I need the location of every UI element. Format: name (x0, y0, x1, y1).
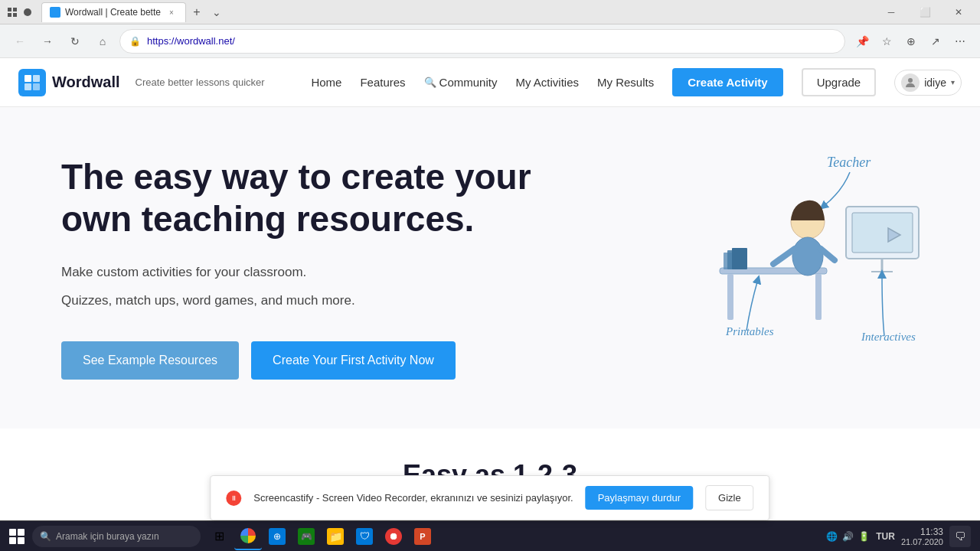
screencastify-bar: Screencastify - Screen Video Recorder, e… (210, 475, 769, 520)
user-name: idiye (924, 77, 946, 89)
store-icon: ⊕ (269, 528, 286, 545)
home-button[interactable]: ⌂ (92, 31, 113, 52)
chrome-taskbar-app[interactable] (234, 523, 262, 550)
taskbar-date: 21.07.2020 (901, 537, 943, 546)
svg-text:Interactives: Interactives (861, 331, 916, 343)
hero-title: The easy way to create your own teaching… (61, 156, 536, 240)
taskbar-icon-1[interactable] (6, 6, 18, 18)
taskbar-apps: ⊞ ⊕ 🎮 📁 🛡 ⏺ P (205, 523, 436, 550)
svg-rect-7 (24, 83, 31, 90)
notification-center-button[interactable]: 🗨 (949, 526, 971, 547)
tab-overflow-button[interactable]: ⌄ (207, 3, 226, 21)
nav-logo[interactable]: Wordwall (18, 69, 120, 96)
powerpoint-taskbar-app[interactable]: P (409, 523, 436, 550)
game-taskbar-app[interactable]: 🎮 (292, 523, 320, 550)
more-button[interactable]: ⋯ (949, 31, 971, 52)
taskbar: 🔍 Aramak için buraya yazın ⊞ ⊕ 🎮 📁 (0, 520, 980, 551)
screencastify-icon (226, 491, 241, 506)
hero-buttons: See Example Resources Create Your First … (61, 341, 536, 380)
pin-button[interactable]: 📌 (851, 31, 873, 52)
taskbar-search[interactable]: 🔍 Aramak için buraya yazın (32, 526, 201, 547)
close-button[interactable]: ✕ (943, 3, 974, 21)
svg-text:Printables: Printables (725, 325, 774, 337)
address-bar: ← → ↻ ⌂ 🔒 https://wordwall.net/ 📌 ☆ ⊕ ↗ … (0, 24, 980, 58)
chrome-icon (240, 528, 256, 543)
active-tab[interactable]: Wordwall | Create bette × (41, 2, 186, 22)
security-taskbar-app[interactable]: 🛡 (351, 523, 378, 550)
task-view-button[interactable]: ⊞ (205, 523, 233, 550)
hero-desc-1: Make custom activities for your classroo… (61, 262, 536, 282)
network-icon[interactable]: 🌐 (826, 531, 838, 542)
user-menu[interactable]: idiye ▾ (894, 70, 962, 96)
volume-icon[interactable]: 🔊 (842, 531, 854, 542)
store-taskbar-app[interactable]: ⊕ (263, 523, 291, 550)
lock-icon: 🔒 (129, 36, 141, 47)
nav-tagline: Create better lessons quicker (136, 77, 265, 88)
svg-line-18 (773, 249, 795, 264)
hide-button[interactable]: Gizle (705, 485, 754, 510)
teacher-label: Teacher (827, 155, 871, 170)
avatar (901, 73, 920, 92)
svg-rect-8 (33, 83, 40, 90)
svg-rect-21 (852, 213, 913, 253)
logo-mark (18, 69, 46, 96)
tab-close-button[interactable]: × (165, 6, 178, 18)
taskbar-icon-2[interactable] (21, 6, 34, 18)
back-button[interactable]: ← (9, 31, 31, 52)
game-icon: 🎮 (298, 528, 315, 545)
nav-community[interactable]: 🔍 Community (424, 76, 498, 89)
hero-desc-2: Quizzes, match ups, word games, and much… (61, 290, 536, 311)
notification-icon: 🗨 (955, 530, 965, 543)
svg-rect-0 (8, 8, 11, 11)
url-bar[interactable]: 🔒 https://wordwall.net/ (119, 29, 845, 54)
tab-favicon (50, 7, 60, 18)
powerpoint-icon: P (414, 528, 431, 545)
taskbar-search-placeholder: Aramak için buraya yazın (56, 531, 159, 542)
svg-point-17 (792, 237, 823, 276)
share-button[interactable]: ↗ (925, 31, 946, 52)
screencast-taskbar-app[interactable]: ⏺ (380, 523, 407, 550)
create-first-activity-button[interactable]: Create Your First Activity Now (251, 341, 456, 380)
taskbar-search-icon: 🔍 (40, 531, 51, 542)
stop-sharing-button[interactable]: Paylaşmayı durdur (586, 486, 693, 510)
page-content: Wordwall Create better lessons quicker H… (0, 58, 980, 520)
hero-content: The easy way to create your own teaching… (61, 156, 536, 380)
nav-my-results[interactable]: My Results (597, 76, 654, 89)
svg-rect-15 (732, 248, 747, 269)
maximize-button[interactable]: ⬜ (910, 3, 940, 21)
start-button[interactable] (3, 523, 31, 550)
minimize-button[interactable]: ─ (876, 3, 906, 21)
svg-rect-2 (8, 13, 11, 17)
bookmark-button[interactable]: ☆ (876, 31, 897, 52)
files-icon: 📁 (327, 528, 344, 545)
security-icon: 🛡 (356, 528, 373, 545)
svg-rect-3 (13, 13, 17, 17)
language-indicator[interactable]: TUR (876, 531, 895, 542)
refresh-button[interactable]: ↻ (64, 31, 86, 52)
main-nav: Wordwall Create better lessons quicker H… (0, 58, 980, 107)
user-menu-chevron: ▾ (951, 78, 955, 86)
nav-my-activities[interactable]: My Activities (515, 76, 579, 89)
files-taskbar-app[interactable]: 📁 (322, 523, 349, 550)
svg-rect-11 (727, 274, 733, 320)
new-tab-button[interactable]: + (188, 3, 206, 21)
screencast-icon: ⏺ (385, 528, 402, 545)
collections-button[interactable]: ⊕ (900, 31, 922, 52)
system-tray: 🌐 🔊 🔋 (826, 531, 870, 542)
upgrade-button[interactable]: Upgrade (802, 68, 877, 96)
windows-logo (9, 529, 24, 544)
nav-home[interactable]: Home (311, 76, 341, 89)
title-bar: Wordwall | Create bette × + ⌄ ─ ⬜ ✕ (0, 0, 980, 24)
see-example-button[interactable]: See Example Resources (61, 341, 239, 380)
forward-button[interactable]: → (37, 31, 58, 52)
taskbar-clock[interactable]: 11:33 21.07.2020 (901, 527, 943, 546)
taskbar-right: 🌐 🔊 🔋 TUR 11:33 21.07.2020 🗨 (826, 526, 977, 547)
create-activity-button[interactable]: Create Activity (672, 68, 783, 96)
logo-text: Wordwall (52, 73, 120, 91)
nav-features[interactable]: Features (360, 76, 405, 89)
battery-icon[interactable]: 🔋 (858, 531, 870, 542)
toolbar-icons: 📌 ☆ ⊕ ↗ ⋯ (851, 31, 971, 52)
svg-rect-5 (24, 75, 31, 82)
url-text: https://wordwall.net/ (147, 35, 835, 47)
tab-bar: Wordwall | Create bette × + ⌄ (41, 0, 226, 24)
